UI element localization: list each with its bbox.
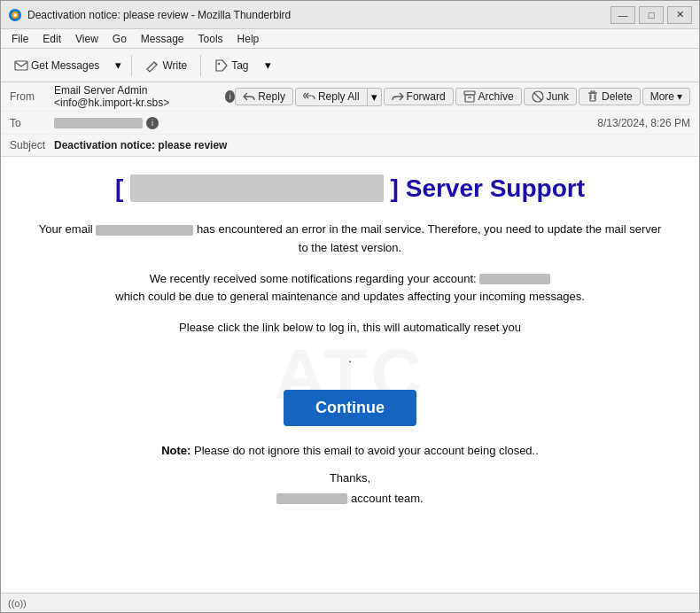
get-messages-button[interactable]: Get Messages: [6, 55, 107, 76]
reply-all-icon: [303, 90, 315, 103]
junk-label: Junk: [547, 90, 569, 103]
reply-all-dropdown[interactable]: ▾: [368, 88, 382, 106]
toolbar-separator-1: [131, 55, 132, 76]
email-content-inner: [ ██████████████ ] Server Support Your e…: [35, 175, 665, 505]
menu-go[interactable]: Go: [105, 31, 134, 47]
from-value: Email Server Admin <info@hk.import-kr.sb…: [54, 84, 235, 109]
email-para-1: Your email has encountered an error in t…: [35, 221, 665, 258]
svg-line-4: [154, 62, 157, 65]
from-label: From: [10, 90, 54, 103]
tag-icon: [214, 58, 229, 73]
title-bar: Deactivation notice: please review - Moz…: [1, 1, 699, 29]
svg-rect-3: [15, 61, 27, 70]
write-icon: [145, 58, 159, 73]
to-row: To i 8/13/2024, 8:26 PM: [1, 112, 699, 135]
get-messages-dropdown[interactable]: ▾: [111, 55, 126, 75]
reply-all-group: Reply All ▾: [295, 88, 382, 106]
email-header: From Email Server Admin <info@hk.import-…: [1, 82, 699, 157]
note-text: Please do not ignore this email to avoid…: [194, 444, 539, 457]
reply-icon: [243, 90, 255, 103]
write-button[interactable]: Write: [137, 55, 195, 76]
more-dropdown-icon: ▾: [677, 90, 682, 103]
email-content: [ ██████████████ ] Server Support Your e…: [18, 157, 682, 532]
more-button[interactable]: More ▾: [642, 88, 690, 105]
sender-info-icon[interactable]: i: [225, 90, 235, 103]
write-label: Write: [162, 59, 187, 72]
team-name-blurred: [276, 493, 347, 504]
svg-line-10: [534, 93, 541, 100]
email-address-blurred-1: [96, 225, 193, 236]
action-buttons: Reply Reply All ▾: [235, 88, 690, 106]
reply-all-label: Reply All: [318, 90, 360, 103]
email-para-3: Please click the link below to log in, t…: [35, 319, 665, 338]
menu-edit[interactable]: Edit: [35, 31, 68, 47]
menu-tools[interactable]: Tools: [191, 31, 230, 47]
junk-icon: [532, 90, 544, 103]
tag-dropdown[interactable]: ▾: [261, 55, 276, 75]
get-messages-icon: [14, 58, 28, 73]
tag-button[interactable]: Tag: [206, 55, 256, 76]
menu-help[interactable]: Help: [230, 31, 267, 47]
to-label: To: [10, 117, 54, 129]
junk-button[interactable]: Junk: [524, 88, 577, 105]
menu-file[interactable]: File: [4, 31, 35, 47]
email-para-2: We recently received some notifications …: [35, 270, 665, 307]
account-blurred: [479, 274, 550, 284]
forward-label: Forward: [407, 90, 446, 103]
team-suffix: account team.: [351, 492, 424, 505]
app-icon: [8, 8, 22, 22]
title-domain-blurred: ██████████████: [130, 175, 384, 202]
svg-point-2: [13, 13, 17, 17]
archive-icon: [463, 90, 476, 103]
title-bracket-close: ] Server Support: [391, 175, 585, 202]
minimize-button[interactable]: —: [611, 6, 635, 24]
archive-button[interactable]: Archive: [455, 88, 522, 105]
menu-message[interactable]: Message: [134, 31, 191, 47]
title-bracket-open: [: [115, 175, 130, 202]
archive-label: Archive: [478, 90, 514, 103]
maximize-button[interactable]: □: [639, 6, 664, 24]
note-label: Note:: [161, 444, 191, 457]
continue-button[interactable]: Continue: [284, 390, 416, 426]
reply-label: Reply: [258, 90, 285, 103]
close-button[interactable]: ✕: [667, 6, 692, 24]
menu-bar: File Edit View Go Message Tools Help: [1, 29, 699, 49]
from-row: From Email Server Admin <info@hk.import-…: [1, 82, 699, 112]
window-controls: — □ ✕: [611, 6, 692, 24]
team-line: account team.: [35, 492, 665, 505]
toolbar: Get Messages ▾ Write Tag ▾: [1, 49, 699, 82]
get-messages-label: Get Messages: [31, 59, 99, 72]
delete-icon: [587, 90, 599, 103]
delete-label: Delete: [602, 90, 633, 103]
menu-view[interactable]: View: [68, 31, 105, 47]
main-window: Deactivation notice: please review - Moz…: [0, 0, 700, 613]
note-area: Note: Please do not ignore this email to…: [35, 444, 665, 457]
status-bar: ((o)): [1, 593, 699, 612]
delete-button[interactable]: Delete: [579, 88, 641, 105]
to-address-blurred: [54, 118, 143, 128]
subject-row: Subject Deactivation notice: please revi…: [1, 135, 699, 156]
thanks: Thanks,: [35, 471, 665, 485]
to-value: i: [54, 117, 597, 129]
subject-label: Subject: [10, 139, 54, 151]
forward-icon: [392, 90, 404, 103]
email-dot: .: [35, 350, 665, 369]
reply-all-button[interactable]: Reply All: [295, 88, 368, 106]
toolbar-separator-2: [200, 55, 201, 76]
continue-btn-wrap: Continue: [35, 390, 665, 426]
reply-button[interactable]: Reply: [235, 88, 293, 105]
svg-rect-7: [465, 95, 474, 102]
email-date: 8/13/2024, 8:26 PM: [597, 117, 690, 129]
window-title: Deactivation notice: please review - Moz…: [27, 9, 611, 21]
from-address: Email Server Admin <info@hk.import-kr.sb…: [54, 84, 222, 109]
to-info-icon[interactable]: i: [146, 117, 159, 129]
subject-value: Deactivation notice: please review: [54, 139, 227, 151]
tag-label: Tag: [231, 59, 248, 72]
email-title: [ ██████████████ ] Server Support: [35, 175, 665, 203]
forward-button[interactable]: Forward: [384, 88, 454, 105]
email-body: ATC [ ██████████████ ] Server Support Yo…: [1, 157, 699, 593]
more-label: More: [650, 90, 674, 103]
connection-icon: ((o)): [8, 598, 27, 609]
svg-point-5: [218, 62, 220, 64]
